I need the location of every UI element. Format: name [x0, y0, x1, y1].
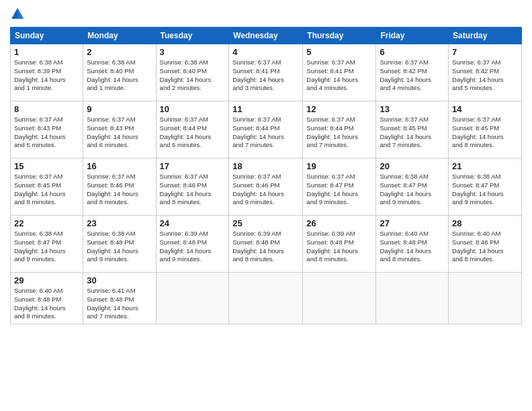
header-cell-tuesday: Tuesday [156, 28, 229, 44]
header-cell-friday: Friday [376, 28, 449, 44]
calendar-table: SundayMondayTuesdayWednesdayThursdayFrid… [10, 27, 522, 324]
day-info: Sunrise: 6:37 AMSunset: 8:41 PMDaylight:… [306, 58, 372, 93]
calendar-cell: 2Sunrise: 6:38 AMSunset: 8:40 PMDaylight… [83, 44, 156, 101]
day-number: 30 [87, 275, 152, 285]
day-info: Sunrise: 6:37 AMSunset: 8:42 PMDaylight:… [452, 58, 518, 93]
calendar-week-2: 8Sunrise: 6:37 AMSunset: 8:43 PMDaylight… [11, 101, 522, 158]
calendar-cell: 3Sunrise: 6:38 AMSunset: 8:40 PMDaylight… [156, 44, 229, 101]
day-info: Sunrise: 6:39 AMSunset: 8:48 PMDaylight:… [232, 230, 299, 264]
day-number: 18 [232, 161, 299, 171]
day-info: Sunrise: 6:38 AMSunset: 8:47 PMDaylight:… [380, 173, 445, 207]
calendar-cell: 6Sunrise: 6:37 AMSunset: 8:42 PMDaylight… [376, 44, 449, 101]
day-info: Sunrise: 6:37 AMSunset: 8:45 PMDaylight:… [452, 116, 518, 150]
header [10, 7, 522, 21]
calendar-cell: 26Sunrise: 6:39 AMSunset: 8:48 PMDayligh… [303, 216, 376, 273]
day-number: 13 [380, 104, 445, 114]
header-cell-thursday: Thursday [303, 28, 376, 44]
day-number: 27 [380, 218, 445, 228]
day-info: Sunrise: 6:38 AMSunset: 8:47 PMDaylight:… [14, 230, 79, 264]
calendar-cell: 5Sunrise: 6:37 AMSunset: 8:41 PMDaylight… [303, 44, 376, 101]
calendar-week-3: 15Sunrise: 6:37 AMSunset: 8:45 PMDayligh… [11, 158, 522, 216]
calendar-body: 1Sunrise: 6:38 AMSunset: 8:39 PMDaylight… [11, 44, 522, 324]
calendar-cell: 30Sunrise: 6:41 AMSunset: 8:48 PMDayligh… [83, 273, 156, 324]
svg-marker-1 [17, 8, 24, 19]
day-info: Sunrise: 6:37 AMSunset: 8:46 PMDaylight:… [87, 173, 152, 207]
day-info: Sunrise: 6:39 AMSunset: 8:48 PMDaylight:… [160, 230, 226, 264]
day-info: Sunrise: 6:37 AMSunset: 8:44 PMDaylight:… [306, 116, 372, 150]
day-number: 4 [232, 47, 299, 57]
calendar-week-5: 29Sunrise: 6:40 AMSunset: 8:48 PMDayligh… [11, 273, 522, 324]
day-number: 16 [87, 161, 152, 171]
calendar-cell [449, 273, 522, 324]
calendar-cell: 10Sunrise: 6:37 AMSunset: 8:44 PMDayligh… [156, 101, 229, 158]
day-info: Sunrise: 6:37 AMSunset: 8:41 PMDaylight:… [232, 58, 299, 93]
day-info: Sunrise: 6:37 AMSunset: 8:45 PMDaylight:… [14, 173, 79, 207]
calendar-cell [156, 273, 229, 324]
day-number: 21 [452, 161, 518, 171]
day-number: 23 [87, 218, 152, 228]
calendar-cell: 15Sunrise: 6:37 AMSunset: 8:45 PMDayligh… [11, 158, 83, 216]
day-number: 19 [306, 161, 372, 171]
day-number: 20 [380, 161, 445, 171]
day-info: Sunrise: 6:40 AMSunset: 8:48 PMDaylight:… [452, 230, 518, 264]
day-info: Sunrise: 6:39 AMSunset: 8:48 PMDaylight:… [306, 230, 372, 264]
day-info: Sunrise: 6:37 AMSunset: 8:44 PMDaylight:… [160, 116, 226, 150]
day-number: 1 [14, 47, 79, 57]
calendar-cell: 8Sunrise: 6:37 AMSunset: 8:43 PMDaylight… [11, 101, 83, 158]
day-info: Sunrise: 6:38 AMSunset: 8:40 PMDaylight:… [160, 58, 226, 93]
calendar-cell: 1Sunrise: 6:38 AMSunset: 8:39 PMDaylight… [11, 44, 83, 101]
day-info: Sunrise: 6:41 AMSunset: 8:48 PMDaylight:… [87, 287, 152, 321]
day-info: Sunrise: 6:37 AMSunset: 8:42 PMDaylight:… [380, 58, 445, 93]
day-info: Sunrise: 6:37 AMSunset: 8:44 PMDaylight:… [232, 116, 299, 150]
day-info: Sunrise: 6:38 AMSunset: 8:40 PMDaylight:… [87, 58, 152, 93]
day-number: 11 [232, 104, 299, 114]
day-info: Sunrise: 6:40 AMSunset: 8:48 PMDaylight:… [14, 287, 79, 321]
day-number: 29 [14, 275, 79, 285]
calendar-cell: 23Sunrise: 6:38 AMSunset: 8:48 PMDayligh… [83, 216, 156, 273]
day-info: Sunrise: 6:37 AMSunset: 8:47 PMDaylight:… [306, 173, 372, 207]
calendar-cell: 28Sunrise: 6:40 AMSunset: 8:48 PMDayligh… [449, 216, 522, 273]
calendar-header: SundayMondayTuesdayWednesdayThursdayFrid… [11, 28, 522, 44]
calendar-cell: 18Sunrise: 6:37 AMSunset: 8:46 PMDayligh… [229, 158, 303, 216]
calendar-cell: 13Sunrise: 6:37 AMSunset: 8:45 PMDayligh… [376, 101, 449, 158]
day-number: 12 [306, 104, 372, 114]
calendar-cell [303, 273, 376, 324]
day-number: 2 [87, 47, 152, 57]
calendar-cell: 4Sunrise: 6:37 AMSunset: 8:41 PMDaylight… [229, 44, 303, 101]
header-cell-wednesday: Wednesday [229, 28, 303, 44]
calendar-cell: 9Sunrise: 6:37 AMSunset: 8:43 PMDaylight… [83, 101, 156, 158]
calendar-cell: 17Sunrise: 6:37 AMSunset: 8:46 PMDayligh… [156, 158, 229, 216]
calendar-week-1: 1Sunrise: 6:38 AMSunset: 8:39 PMDaylight… [11, 44, 522, 101]
calendar-cell: 14Sunrise: 6:37 AMSunset: 8:45 PMDayligh… [449, 101, 522, 158]
calendar-cell: 20Sunrise: 6:38 AMSunset: 8:47 PMDayligh… [376, 158, 449, 216]
header-row: SundayMondayTuesdayWednesdayThursdayFrid… [11, 28, 522, 44]
day-info: Sunrise: 6:37 AMSunset: 8:43 PMDaylight:… [87, 116, 152, 150]
calendar-cell: 22Sunrise: 6:38 AMSunset: 8:47 PMDayligh… [11, 216, 83, 273]
calendar-week-4: 22Sunrise: 6:38 AMSunset: 8:47 PMDayligh… [11, 216, 522, 273]
day-number: 9 [87, 104, 152, 114]
day-info: Sunrise: 6:37 AMSunset: 8:43 PMDaylight:… [14, 116, 79, 150]
header-cell-monday: Monday [83, 28, 156, 44]
logo-icon [10, 7, 25, 21]
calendar-cell: 21Sunrise: 6:38 AMSunset: 8:47 PMDayligh… [449, 158, 522, 216]
day-number: 14 [452, 104, 518, 114]
calendar-cell: 24Sunrise: 6:39 AMSunset: 8:48 PMDayligh… [156, 216, 229, 273]
day-info: Sunrise: 6:38 AMSunset: 8:47 PMDaylight:… [452, 173, 518, 207]
calendar-cell: 19Sunrise: 6:37 AMSunset: 8:47 PMDayligh… [303, 158, 376, 216]
calendar-cell: 7Sunrise: 6:37 AMSunset: 8:42 PMDaylight… [449, 44, 522, 101]
day-info: Sunrise: 6:37 AMSunset: 8:46 PMDaylight:… [232, 173, 299, 207]
calendar-cell: 27Sunrise: 6:40 AMSunset: 8:48 PMDayligh… [376, 216, 449, 273]
page-container: SundayMondayTuesdayWednesdayThursdayFrid… [0, 0, 532, 411]
logo [10, 7, 26, 21]
calendar-cell [376, 273, 449, 324]
calendar-cell: 12Sunrise: 6:37 AMSunset: 8:44 PMDayligh… [303, 101, 376, 158]
day-number: 7 [452, 47, 518, 57]
day-number: 10 [160, 104, 226, 114]
day-number: 17 [160, 161, 226, 171]
day-number: 8 [14, 104, 79, 114]
day-number: 26 [306, 218, 372, 228]
header-cell-sunday: Sunday [11, 28, 83, 44]
calendar-cell: 16Sunrise: 6:37 AMSunset: 8:46 PMDayligh… [83, 158, 156, 216]
day-info: Sunrise: 6:40 AMSunset: 8:48 PMDaylight:… [380, 230, 445, 264]
calendar-cell: 29Sunrise: 6:40 AMSunset: 8:48 PMDayligh… [11, 273, 83, 324]
